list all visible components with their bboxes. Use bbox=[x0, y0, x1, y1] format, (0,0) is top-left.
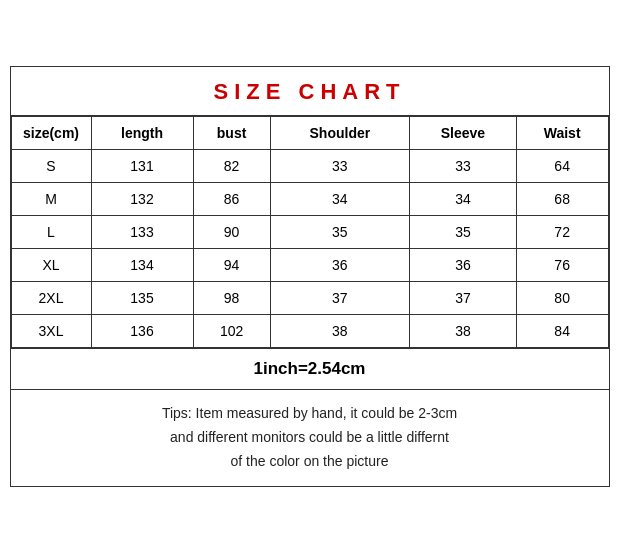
table-cell: 132 bbox=[91, 183, 193, 216]
table-cell: 136 bbox=[91, 315, 193, 348]
table-cell: 86 bbox=[193, 183, 270, 216]
table-cell: 3XL bbox=[11, 315, 91, 348]
table-cell: 72 bbox=[516, 216, 608, 249]
table-cell: 94 bbox=[193, 249, 270, 282]
table-cell: 98 bbox=[193, 282, 270, 315]
table-row: S13182333364 bbox=[11, 150, 608, 183]
conversion-row: 1inch=2.54cm bbox=[11, 348, 609, 390]
table-cell: S bbox=[11, 150, 91, 183]
col-header-size: size(cm) bbox=[11, 117, 91, 150]
title-row: SIZE CHART bbox=[11, 67, 609, 116]
table-row: XL13494363676 bbox=[11, 249, 608, 282]
tips-row: Tips: Item measured by hand, it could be… bbox=[11, 390, 609, 485]
table-cell: 37 bbox=[270, 282, 409, 315]
table-cell: 64 bbox=[516, 150, 608, 183]
table-cell: 36 bbox=[410, 249, 517, 282]
table-cell: 34 bbox=[270, 183, 409, 216]
table-row: 2XL13598373780 bbox=[11, 282, 608, 315]
col-header-bust: bust bbox=[193, 117, 270, 150]
size-chart-container: SIZE CHART size(cm) length bust Shoulder… bbox=[10, 66, 610, 486]
table-cell: 131 bbox=[91, 150, 193, 183]
table-cell: 35 bbox=[410, 216, 517, 249]
table-cell: 82 bbox=[193, 150, 270, 183]
table-row: 3XL136102383884 bbox=[11, 315, 608, 348]
table-row: M13286343468 bbox=[11, 183, 608, 216]
table-cell: 38 bbox=[410, 315, 517, 348]
table-cell: 102 bbox=[193, 315, 270, 348]
table-cell: 90 bbox=[193, 216, 270, 249]
table-row: L13390353572 bbox=[11, 216, 608, 249]
table-cell: 34 bbox=[410, 183, 517, 216]
col-header-length: length bbox=[91, 117, 193, 150]
chart-title: SIZE CHART bbox=[214, 79, 406, 104]
tips-text: Tips: Item measured by hand, it could be… bbox=[162, 405, 457, 469]
size-table: size(cm) length bust Shoulder Sleeve Wai… bbox=[11, 116, 609, 348]
col-header-shoulder: Shoulder bbox=[270, 117, 409, 150]
table-cell: 134 bbox=[91, 249, 193, 282]
col-header-waist: Waist bbox=[516, 117, 608, 150]
table-cell: 135 bbox=[91, 282, 193, 315]
table-cell: XL bbox=[11, 249, 91, 282]
table-cell: 35 bbox=[270, 216, 409, 249]
conversion-text: 1inch=2.54cm bbox=[254, 359, 366, 378]
table-header-row: size(cm) length bust Shoulder Sleeve Wai… bbox=[11, 117, 608, 150]
table-cell: 84 bbox=[516, 315, 608, 348]
table-cell: 36 bbox=[270, 249, 409, 282]
col-header-sleeve: Sleeve bbox=[410, 117, 517, 150]
table-cell: 76 bbox=[516, 249, 608, 282]
table-cell: L bbox=[11, 216, 91, 249]
table-cell: 80 bbox=[516, 282, 608, 315]
table-cell: 2XL bbox=[11, 282, 91, 315]
table-cell: 33 bbox=[270, 150, 409, 183]
table-cell: 133 bbox=[91, 216, 193, 249]
table-cell: M bbox=[11, 183, 91, 216]
table-cell: 68 bbox=[516, 183, 608, 216]
table-cell: 37 bbox=[410, 282, 517, 315]
table-cell: 38 bbox=[270, 315, 409, 348]
table-cell: 33 bbox=[410, 150, 517, 183]
